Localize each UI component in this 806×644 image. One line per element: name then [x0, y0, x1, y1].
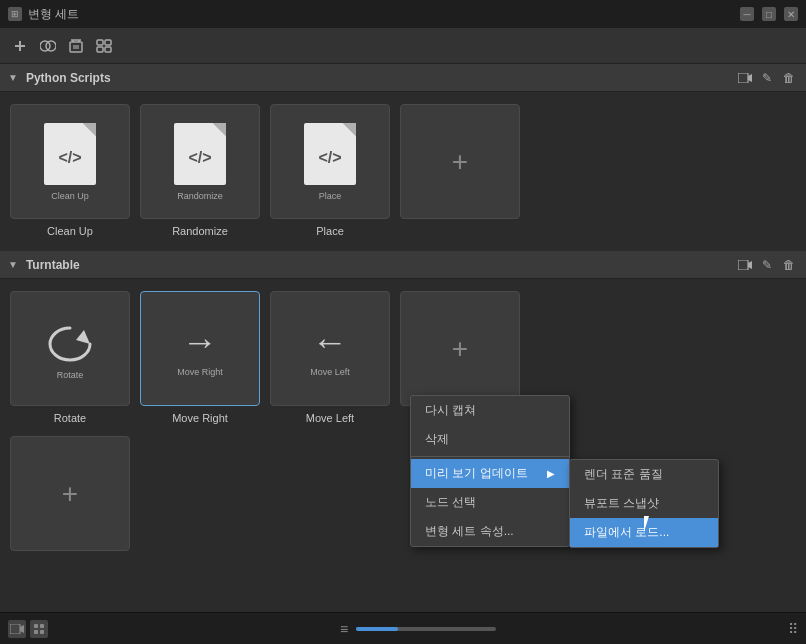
python-scripts-grid: </> Clean Up Clean Up </> Randomize Rand…: [0, 92, 806, 249]
context-menu: 다시 캡쳐 삭제 미리 보기 업데이트 ▶ 렌더 표준 품질 뷰포트 스냅샷 파…: [410, 395, 570, 547]
place-label: Place: [316, 225, 344, 237]
statusbar-center: ≡: [56, 621, 780, 637]
turntable-actions: ✎ 🗑: [736, 256, 798, 274]
svg-rect-19: [10, 624, 20, 634]
list-item[interactable]: → Move Right Move Right: [140, 291, 260, 424]
add-turntable-item-button[interactable]: +: [400, 291, 520, 406]
statusbar-right: ⠿: [788, 621, 798, 637]
svg-rect-22: [40, 624, 44, 628]
clean-up-label: Clean Up: [47, 225, 93, 237]
ctx-recapture[interactable]: 다시 캡쳐: [411, 396, 569, 425]
ctx-render-quality[interactable]: 렌더 표준 품질: [570, 460, 718, 489]
add-python-script-button[interactable]: +: [400, 104, 520, 219]
move-left-card[interactable]: ← Move Left: [270, 291, 390, 406]
python-scripts-edit-button[interactable]: ✎: [758, 69, 776, 87]
svg-point-3: [46, 41, 56, 51]
move-left-icon: ←: [312, 321, 348, 363]
svg-rect-11: [97, 40, 103, 45]
python-scripts-film-button[interactable]: [736, 69, 754, 87]
clean-up-card-label: Clean Up: [51, 191, 89, 201]
place-card[interactable]: </> Place: [270, 104, 390, 219]
statusbar-slider-fill: [356, 627, 398, 631]
move-right-card-label: Move Right: [177, 367, 223, 377]
randomize-card-label: Randomize: [177, 191, 223, 201]
turntable-delete-button[interactable]: 🗑: [780, 256, 798, 274]
list-item[interactable]: +: [400, 104, 520, 237]
toolbar: [0, 28, 806, 64]
close-button[interactable]: ✕: [784, 7, 798, 21]
turntable-title: Turntable: [26, 258, 728, 272]
place-doc-icon: </>: [304, 123, 356, 185]
titlebar: ⊞ 변형 세트 ─ □ ✕: [0, 0, 806, 28]
turntable-toggle[interactable]: ▼: [8, 259, 18, 270]
randomize-card[interactable]: </> Randomize: [140, 104, 260, 219]
submenu-arrow-icon: ▶: [547, 468, 555, 479]
list-item[interactable]: </> Randomize Randomize: [140, 104, 260, 237]
turntable-film-button[interactable]: [736, 256, 754, 274]
list-item[interactable]: </> Place Place: [270, 104, 390, 237]
window-title: 변형 세트: [28, 6, 79, 23]
list-item[interactable]: +: [10, 436, 130, 551]
rotate-card-label: Rotate: [57, 370, 84, 380]
svg-rect-12: [105, 40, 111, 45]
svg-rect-14: [105, 47, 111, 52]
minimize-button[interactable]: ─: [740, 7, 754, 21]
move-right-label: Move Right: [172, 412, 228, 424]
list-item[interactable]: ← Move Left Move Left: [270, 291, 390, 424]
app-icon: ⊞: [8, 7, 22, 21]
maximize-button[interactable]: □: [762, 7, 776, 21]
python-scripts-title: Python Scripts: [26, 71, 728, 85]
statusbar-left-icons: [8, 620, 48, 638]
svg-rect-23: [34, 630, 38, 634]
hamburger-icon: ≡: [340, 621, 348, 637]
ctx-node-select[interactable]: 노드 선택: [411, 488, 569, 517]
clean-up-card[interactable]: </> Clean Up: [10, 104, 130, 219]
ctx-transform-props[interactable]: 변형 세트 속성...: [411, 517, 569, 546]
ctx-load-from-file[interactable]: 파일에서 로드...: [570, 518, 718, 547]
move-left-label: Move Left: [306, 412, 354, 424]
ctx-delete[interactable]: 삭제: [411, 425, 569, 454]
move-left-card-label: Move Left: [310, 367, 350, 377]
python-scripts-section: ▼ Python Scripts ✎ 🗑 </>: [0, 64, 806, 249]
dots-grid-icon[interactable]: ⠿: [788, 621, 798, 637]
svg-rect-13: [97, 47, 103, 52]
ctx-viewport-snap[interactable]: 뷰포트 스냅샷: [570, 489, 718, 518]
add-turntable-item2-button[interactable]: +: [10, 436, 130, 551]
rotate-card[interactable]: Rotate: [10, 291, 130, 406]
svg-rect-17: [738, 260, 748, 270]
titlebar-left: ⊞ 변형 세트: [8, 6, 79, 23]
grid-small-icon[interactable]: [30, 620, 48, 638]
add-button[interactable]: [8, 34, 32, 58]
delete-button[interactable]: [64, 34, 88, 58]
svg-marker-20: [20, 625, 24, 633]
list-item[interactable]: </> Clean Up Clean Up: [10, 104, 130, 237]
python-scripts-toggle[interactable]: ▼: [8, 72, 18, 83]
submenu: 렌더 표준 품질 뷰포트 스냅샷 파일에서 로드...: [569, 459, 719, 548]
rotate-icon: [43, 318, 97, 366]
move-right-icon: →: [182, 321, 218, 363]
ctx-separator: [411, 456, 569, 457]
statusbar-slider[interactable]: [356, 627, 496, 631]
randomize-doc-icon: </>: [174, 123, 226, 185]
place-card-label: Place: [319, 191, 342, 201]
svg-rect-21: [34, 624, 38, 628]
turntable-header: ▼ Turntable ✎ 🗑: [0, 251, 806, 279]
python-scripts-actions: ✎ 🗑: [736, 69, 798, 87]
python-scripts-delete-button[interactable]: 🗑: [780, 69, 798, 87]
turntable-grid: Rotate Rotate → Move Right Move Right ← …: [0, 279, 806, 436]
titlebar-controls[interactable]: ─ □ ✕: [740, 7, 798, 21]
list-item[interactable]: Rotate Rotate: [10, 291, 130, 424]
svg-rect-24: [40, 630, 44, 634]
svg-rect-15: [738, 73, 748, 83]
move-right-card[interactable]: → Move Right: [140, 291, 260, 406]
python-scripts-header: ▼ Python Scripts ✎ 🗑: [0, 64, 806, 92]
turntable-edit-button[interactable]: ✎: [758, 256, 776, 274]
clean-up-doc-icon: </>: [44, 123, 96, 185]
ctx-preview-update[interactable]: 미리 보기 업데이트 ▶ 렌더 표준 품질 뷰포트 스냅샷 파일에서 로드...: [411, 459, 569, 488]
rotate-label: Rotate: [54, 412, 86, 424]
film-icon[interactable]: [8, 620, 26, 638]
duplicate-button[interactable]: [36, 34, 60, 58]
randomize-label: Randomize: [172, 225, 228, 237]
view-button[interactable]: [92, 34, 116, 58]
statusbar: ≡ ⠿: [0, 612, 806, 644]
